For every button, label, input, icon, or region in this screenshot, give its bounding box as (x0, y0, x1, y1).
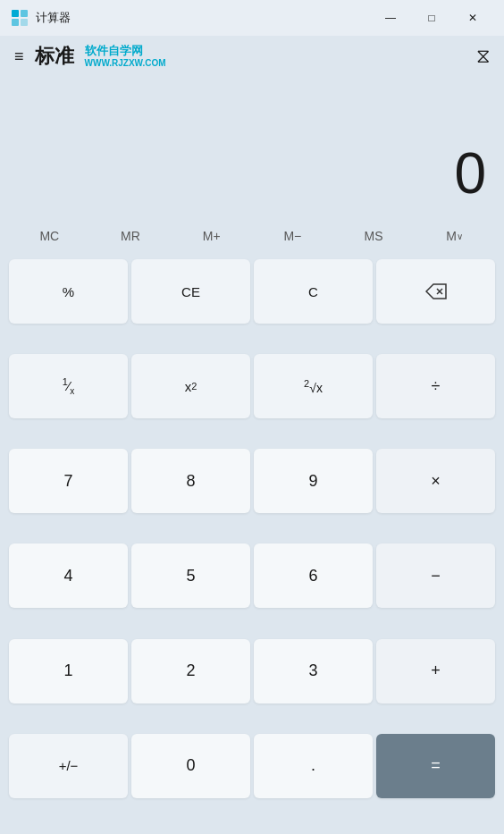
button-grid: % CE C 1⁄x x2 2√x ÷ 7 8 9 × 4 5 6 − (9, 259, 495, 825)
add-button[interactable]: + (376, 639, 495, 703)
six-button[interactable]: 6 (254, 543, 373, 608)
memory-mr-button[interactable]: MR (90, 216, 172, 256)
ce-button[interactable]: CE (131, 259, 250, 324)
svg-rect-1 (21, 10, 28, 17)
seven-button[interactable]: 7 (9, 449, 128, 513)
percent-button[interactable]: % (9, 259, 128, 324)
title-bar: 计算器 — □ ✕ (0, 0, 504, 36)
two-button[interactable]: 2 (131, 639, 250, 703)
memory-mv-button[interactable]: M∨ (414, 216, 495, 256)
window-controls: — □ ✕ (370, 0, 493, 36)
subtract-button[interactable]: − (376, 543, 495, 608)
backspace-button[interactable] (376, 259, 495, 324)
app-title: 标准 (35, 43, 74, 70)
memory-mc-button[interactable]: MC (9, 216, 90, 256)
decimal-button[interactable]: . (254, 734, 373, 798)
equals-button[interactable]: = (376, 734, 495, 798)
svg-rect-2 (12, 19, 19, 26)
window-title: 计算器 (36, 10, 363, 26)
memory-ms-button[interactable]: MS (333, 216, 415, 256)
multiply-button[interactable]: × (376, 449, 495, 513)
app-icon (11, 9, 29, 27)
header-left: ≡ 标准 软件自学网 WWW.RJZXW.COM (14, 43, 166, 70)
history-icon[interactable]: ⧖ (476, 45, 490, 68)
minimize-button[interactable]: — (370, 0, 411, 36)
sqrt-button[interactable]: 2√x (254, 354, 373, 418)
memory-mminus-button[interactable]: M− (252, 216, 333, 256)
clear-button[interactable]: C (254, 259, 373, 324)
divide-button[interactable]: ÷ (376, 354, 495, 418)
five-button[interactable]: 5 (131, 543, 250, 608)
svg-rect-3 (21, 19, 28, 26)
close-button[interactable]: ✕ (452, 0, 493, 36)
memory-row: MC MR M+ M− MS M∨ (9, 216, 495, 256)
app-header: ≡ 标准 软件自学网 WWW.RJZXW.COM ⧖ (0, 36, 504, 73)
nine-button[interactable]: 9 (254, 449, 373, 513)
four-button[interactable]: 4 (9, 543, 128, 608)
negate-button[interactable]: +/− (9, 734, 128, 798)
watermark: 软件自学网 WWW.RJZXW.COM (85, 45, 166, 67)
zero-button[interactable]: 0 (131, 734, 250, 798)
menu-icon[interactable]: ≡ (14, 47, 24, 66)
display-value: 0 (454, 145, 486, 202)
eight-button[interactable]: 8 (131, 449, 250, 513)
square-button[interactable]: x2 (131, 354, 250, 418)
svg-rect-0 (12, 10, 19, 17)
calc-body: MC MR M+ M− MS M∨ % CE C 1⁄x x2 2√x ÷ (0, 216, 504, 834)
reciprocal-button[interactable]: 1⁄x (9, 354, 128, 418)
three-button[interactable]: 3 (254, 639, 373, 703)
display-area: 0 (0, 73, 504, 216)
maximize-button[interactable]: □ (411, 0, 452, 36)
memory-mplus-button[interactable]: M+ (171, 216, 252, 256)
one-button[interactable]: 1 (9, 639, 128, 703)
